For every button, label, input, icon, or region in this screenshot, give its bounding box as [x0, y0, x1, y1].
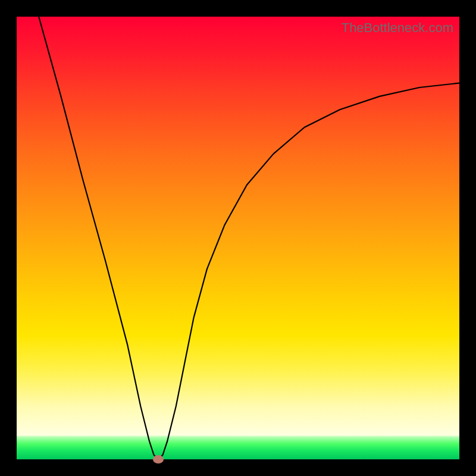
- watermark-text: TheBottleneck.com: [342, 20, 453, 36]
- chart-frame: TheBottleneck.com: [0, 0, 476, 476]
- plot-area: TheBottleneck.com: [17, 17, 459, 459]
- optimal-point-marker: [153, 455, 164, 464]
- bottleneck-curve: [17, 17, 459, 459]
